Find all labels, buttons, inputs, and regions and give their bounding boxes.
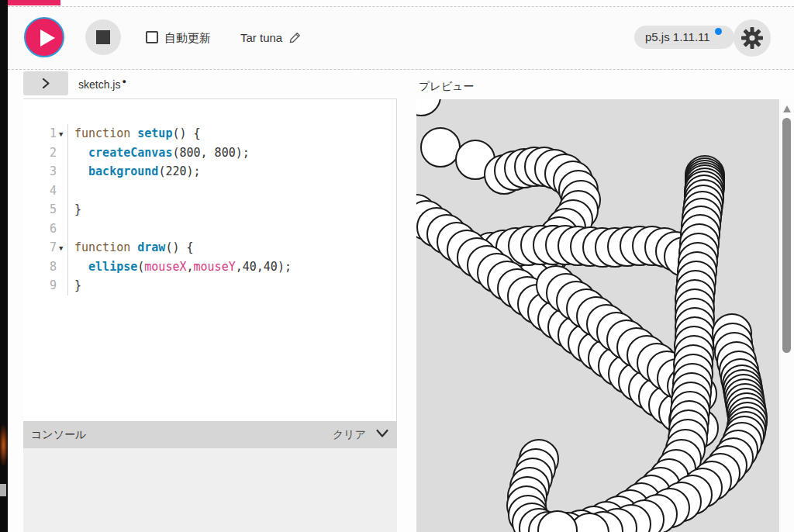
edit-pencil-icon[interactable] bbox=[288, 32, 301, 44]
p5-logo-corner bbox=[8, 0, 60, 5]
code-token: draw bbox=[137, 240, 165, 254]
code-line[interactable]: 7▼function draw() { bbox=[23, 238, 396, 257]
console-header[interactable]: コンソール クリア bbox=[23, 421, 397, 448]
code-text: createCanvas(800, 800); bbox=[68, 143, 250, 163]
update-dot bbox=[715, 28, 722, 35]
line-number: 2 bbox=[23, 143, 59, 163]
code-text: function setup() { bbox=[68, 124, 201, 143]
preview-scrollbar[interactable] bbox=[780, 99, 794, 532]
code-line[interactable]: 4 bbox=[23, 181, 396, 201]
scrollbar-thumb[interactable] bbox=[782, 118, 791, 353]
code-editor[interactable]: 1▼function setup() {2 createCanvas(800, … bbox=[23, 98, 397, 421]
line-number: 6 bbox=[23, 219, 59, 239]
fold-gutter bbox=[59, 143, 68, 163]
code-token: () { bbox=[165, 240, 193, 254]
code-line[interactable]: 3 background(220); bbox=[23, 162, 396, 181]
code-text bbox=[68, 181, 74, 201]
fold-gutter bbox=[59, 257, 68, 277]
line-number: 1 bbox=[23, 124, 59, 143]
stop-icon bbox=[96, 30, 110, 44]
sidebar-collapse-button[interactable] bbox=[23, 71, 68, 95]
play-button[interactable] bbox=[24, 17, 64, 57]
console-clear-button[interactable]: クリア bbox=[333, 428, 366, 442]
line-number: 9 bbox=[23, 276, 59, 295]
auto-refresh-label: 自動更新 bbox=[164, 31, 211, 46]
console-output bbox=[23, 448, 397, 532]
code-line[interactable]: 9} bbox=[23, 276, 396, 295]
code-line[interactable]: 8 ellipse(mouseX,mouseY,40,40); bbox=[23, 257, 396, 277]
code-token: } bbox=[74, 202, 81, 216]
fold-arrow-icon[interactable]: ▼ bbox=[59, 124, 68, 143]
code-token: (800, 800); bbox=[172, 146, 249, 160]
code-token bbox=[74, 164, 88, 178]
project-name[interactable]: Tar tuna bbox=[240, 31, 282, 44]
fold-arrow-icon[interactable]: ▼ bbox=[59, 238, 68, 257]
chevron-down-icon[interactable] bbox=[375, 428, 389, 441]
tab-sketch-js[interactable]: sketch.js● bbox=[78, 78, 126, 91]
line-number: 7 bbox=[23, 238, 59, 257]
code-text: function draw() { bbox=[68, 238, 194, 257]
code-lines: 1▼function setup() {2 createCanvas(800, … bbox=[23, 99, 396, 295]
chevron-right-icon bbox=[40, 77, 52, 90]
code-token: mouseY bbox=[194, 260, 236, 274]
code-token: () { bbox=[172, 126, 200, 140]
settings-button[interactable] bbox=[734, 19, 771, 57]
fold-gutter bbox=[59, 200, 68, 219]
code-line[interactable]: 2 createCanvas(800, 800); bbox=[23, 143, 396, 163]
sketch-circle bbox=[421, 128, 460, 167]
file-tab-label: sketch.js bbox=[78, 78, 120, 91]
console-title: コンソール bbox=[31, 428, 86, 442]
auto-refresh-checkbox[interactable] bbox=[146, 31, 158, 43]
code-text bbox=[68, 219, 74, 239]
code-text: background(220); bbox=[68, 162, 201, 181]
code-line[interactable]: 1▼function setup() { bbox=[23, 124, 396, 143]
stop-button[interactable] bbox=[85, 19, 121, 55]
code-token: createCanvas bbox=[88, 146, 172, 160]
code-token bbox=[74, 260, 88, 274]
line-number: 3 bbox=[23, 162, 59, 181]
code-token: function bbox=[74, 126, 137, 140]
unsaved-dot: ● bbox=[122, 78, 126, 85]
code-token bbox=[74, 146, 88, 160]
code-line[interactable]: 5} bbox=[23, 200, 396, 219]
gear-icon bbox=[734, 19, 771, 57]
code-token: background bbox=[88, 164, 158, 178]
preview-frame bbox=[416, 99, 779, 532]
version-badge-label: p5.js 1.11.11 bbox=[645, 30, 710, 43]
code-token: ellipse bbox=[88, 260, 137, 274]
code-token: mouseX bbox=[144, 260, 186, 274]
line-number: 8 bbox=[23, 257, 59, 277]
version-badge[interactable]: p5.js 1.11.11 bbox=[634, 26, 734, 49]
sketch-canvas bbox=[416, 99, 779, 532]
line-number: 4 bbox=[23, 181, 59, 201]
code-text: } bbox=[68, 276, 81, 295]
play-icon bbox=[40, 29, 55, 47]
line-number: 5 bbox=[23, 200, 59, 219]
preview-title: プレビュー bbox=[419, 80, 474, 94]
code-token: function bbox=[74, 240, 137, 254]
fold-gutter bbox=[59, 162, 68, 181]
desktop-window-fragment bbox=[0, 484, 6, 496]
desktop-background-glow bbox=[0, 425, 8, 465]
code-text: } bbox=[68, 200, 81, 219]
code-token: setup bbox=[137, 126, 172, 140]
sketch-circle bbox=[416, 99, 440, 116]
code-token: } bbox=[74, 278, 81, 292]
scrollbar-up-arrow-icon[interactable] bbox=[783, 105, 791, 112]
fold-gutter bbox=[59, 181, 68, 201]
code-line[interactable]: 6 bbox=[23, 219, 396, 239]
code-token: ( bbox=[137, 260, 144, 274]
code-text: ellipse(mouseX,mouseY,40,40); bbox=[68, 257, 292, 277]
fold-gutter bbox=[59, 276, 68, 295]
code-token: (220); bbox=[158, 164, 200, 178]
fold-gutter bbox=[59, 219, 68, 239]
code-token: , bbox=[187, 260, 194, 274]
code-token: ,40,40); bbox=[236, 260, 292, 274]
